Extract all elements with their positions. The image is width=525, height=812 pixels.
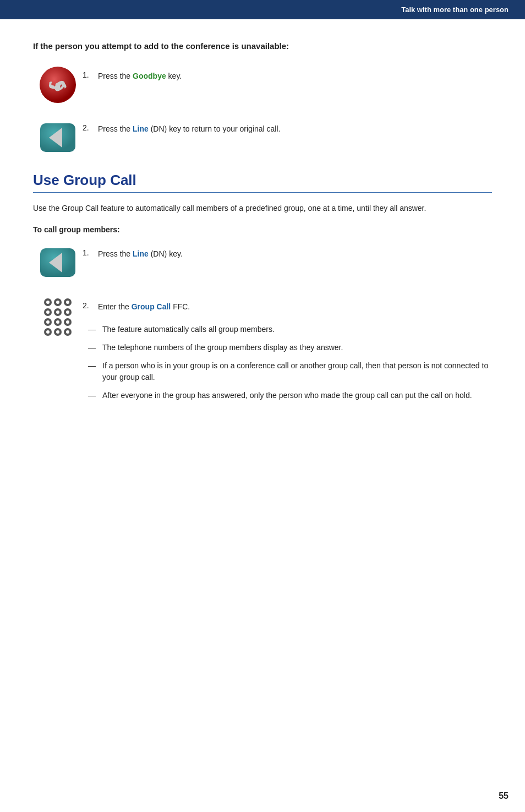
step-num-1: 1. [83,70,92,79]
header-bar: Talk with more than one person [0,0,525,19]
svg-point-27 [56,330,59,334]
group-step-1: 1. Press the Line (DN) key. [33,244,492,281]
svg-point-7 [46,301,50,304]
goodbye-svg [39,66,76,103]
keypad-icon [41,297,74,338]
intro-steps: 1. Press the Goodbye key. [33,66,492,156]
sub-item-3: — If a person who is in your group is on… [88,360,492,383]
step-text-2: Press the Line (DN) key to return to you… [98,123,280,135]
section-heading: Use Group Call [33,172,492,193]
main-content: If the person you attempt to add to the … [0,19,525,467]
intro-step-2: 2. Press the Line (DN) key to return to … [33,119,492,156]
line-key-icon-1 [39,119,76,156]
keypad-icon-wrap [33,297,83,338]
sub-heading: To call group members: [33,225,492,234]
svg-point-25 [46,330,50,334]
dash-2: — [88,342,97,353]
keypad-svg [41,297,74,336]
svg-point-23 [66,320,69,324]
step-num-2: 2. [83,123,92,132]
section-intro: Use the Group Call feature to automatica… [33,202,492,214]
line-highlight-2: Line [133,249,149,258]
sub-item-2-text: The telephone numbers of the group membe… [102,342,343,353]
dash-4: — [88,390,97,401]
svg-point-15 [56,310,59,314]
sub-item-1: — The feature automatically calls all gr… [88,324,492,335]
svg-point-21 [56,320,59,324]
intro-step-2-text: 2. Press the Line (DN) key to return to … [83,119,492,135]
svg-point-17 [66,310,69,314]
step-text-1: Press the Goodbye key. [98,70,182,82]
group-step-num-2: 2. [83,301,92,310]
dash-3: — [88,360,97,383]
goodbye-key-icon-wrap [33,66,83,103]
line-key-icon-wrap-2 [33,244,83,281]
group-step-2: 2. Enter the Group Call FFC. — The featu… [33,297,492,408]
goodbye-key-icon [39,66,76,103]
sub-item-1-text: The feature automatically calls all grou… [102,324,275,335]
goodbye-highlight: Goodbye [133,72,166,80]
sub-item-4-text: After everyone in the group has answered… [102,390,472,401]
group-step-text-1: Press the Line (DN) key. [98,248,183,260]
line-key-icon-wrap-1 [33,119,83,156]
group-step-2-text: 2. Enter the Group Call FFC. — The featu… [83,297,492,408]
dash-1: — [88,324,97,335]
intro-step-1: 1. Press the Goodbye key. [33,66,492,103]
svg-point-29 [66,330,69,334]
svg-point-13 [46,310,50,314]
header-title: Talk with more than one person [401,6,508,14]
group-call-highlight: Group Call [132,302,171,311]
svg-point-11 [66,301,69,304]
svg-point-9 [56,301,59,304]
group-step-1-text: 1. Press the Line (DN) key. [83,244,492,260]
sub-item-4: — After everyone in the group has answer… [88,390,492,401]
intro-step-1-text: 1. Press the Goodbye key. [83,66,492,82]
sub-list: — The feature automatically calls all gr… [88,324,492,408]
group-step-text-2: Enter the Group Call FFC. [98,301,190,313]
page-container: Talk with more than one person If the pe… [0,0,525,812]
page-number: 55 [499,791,508,801]
group-step-num-1: 1. [83,248,92,257]
line-highlight-1: Line [133,124,149,133]
sub-item-2: — The telephone numbers of the group mem… [88,342,492,353]
svg-point-19 [46,320,50,324]
sub-item-3-text: If a person who is in your group is on a… [102,360,492,383]
line-key-svg-2 [39,244,76,281]
line-key-icon-2 [39,244,76,281]
line-key-svg-1 [39,119,76,156]
intro-bold: If the person you attempt to add to the … [33,41,492,51]
